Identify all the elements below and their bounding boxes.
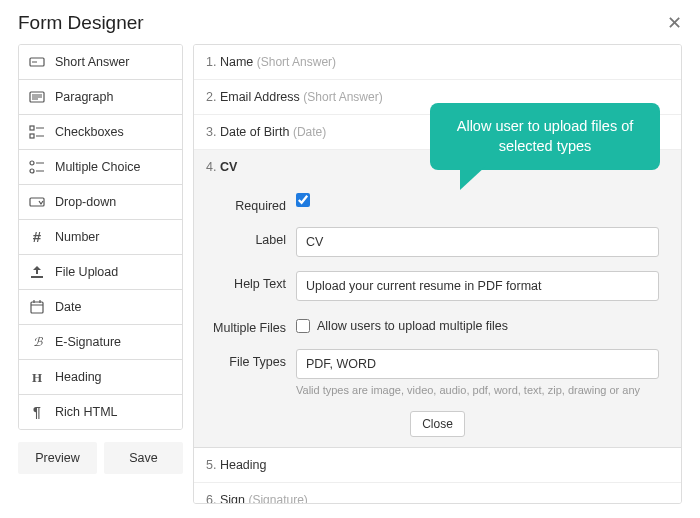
svg-text:#: # (33, 229, 42, 245)
field-row-name[interactable]: 1. Name (Short Answer) (194, 45, 681, 80)
palette-label: File Upload (55, 265, 118, 279)
tooltip-callout: Allow user to upload files of selected t… (430, 103, 660, 170)
short-answer-icon (29, 54, 45, 70)
palette-item-heading[interactable]: H Heading (19, 360, 182, 395)
palette-item-rich-html[interactable]: ¶ Rich HTML (19, 395, 182, 429)
required-checkbox[interactable] (296, 193, 310, 207)
palette-item-number[interactable]: # Number (19, 220, 182, 255)
file-types-label: File Types (206, 349, 286, 369)
field-name: CV (220, 160, 237, 174)
multiple-files-cb-label: Allow users to upload multiple files (317, 319, 508, 333)
field-number: 3. (206, 125, 216, 139)
field-number: 1. (206, 55, 216, 69)
field-properties: Required Label Help Text Multiple Files (206, 182, 669, 447)
multiple-choice-icon (29, 159, 45, 175)
help-text-label: Help Text (206, 271, 286, 291)
sidebar: Short Answer Paragraph Checkboxes Multip… (18, 44, 183, 504)
sidebar-buttons: Preview Save (18, 442, 183, 474)
palette-label: Multiple Choice (55, 160, 140, 174)
svg-text:ℬ: ℬ (33, 335, 44, 349)
palette-label: Short Answer (55, 55, 129, 69)
svg-text:H: H (32, 370, 42, 385)
palette-item-paragraph[interactable]: Paragraph (19, 80, 182, 115)
checkboxes-icon (29, 124, 45, 140)
svg-rect-7 (30, 134, 34, 138)
dialog-header: Form Designer ✕ (0, 0, 700, 44)
callout-text: Allow user to upload files of selected t… (457, 118, 634, 154)
save-button[interactable]: Save (104, 442, 183, 474)
palette-item-file-upload[interactable]: File Upload (19, 255, 182, 290)
field-number: 4. (206, 160, 216, 174)
palette-label: Heading (55, 370, 102, 384)
palette-item-date[interactable]: Date (19, 290, 182, 325)
field-name: Email Address (220, 90, 300, 104)
preview-button[interactable]: Preview (18, 442, 97, 474)
file-upload-icon (29, 264, 45, 280)
palette-label: Drop-down (55, 195, 116, 209)
svg-point-11 (30, 169, 34, 173)
close-icon[interactable]: ✕ (667, 12, 682, 34)
field-number: 2. (206, 90, 216, 104)
palette-label: Number (55, 230, 99, 244)
field-type: (Short Answer) (303, 90, 382, 104)
file-types-hint: Valid types are image, video, audio, pdf… (296, 384, 659, 396)
help-text-input[interactable] (296, 271, 659, 301)
signature-icon: ℬ (29, 334, 45, 350)
field-palette: Short Answer Paragraph Checkboxes Multip… (18, 44, 183, 430)
multiple-files-label: Multiple Files (206, 315, 286, 335)
field-type: (Signature) (248, 493, 307, 504)
close-properties-button[interactable]: Close (410, 411, 465, 437)
field-name: Heading (220, 458, 267, 472)
label-label: Label (206, 227, 286, 247)
palette-item-dropdown[interactable]: Drop-down (19, 185, 182, 220)
date-icon (29, 299, 45, 315)
palette-label: Paragraph (55, 90, 113, 104)
field-number: 5. (206, 458, 216, 472)
palette-item-checkboxes[interactable]: Checkboxes (19, 115, 182, 150)
svg-rect-6 (30, 126, 34, 130)
field-name: Date of Birth (220, 125, 289, 139)
field-type: (Short Answer) (257, 55, 336, 69)
dropdown-icon (29, 194, 45, 210)
paragraph-icon (29, 89, 45, 105)
palette-item-multiple-choice[interactable]: Multiple Choice (19, 150, 182, 185)
field-type: (Date) (293, 125, 326, 139)
number-icon: # (29, 229, 45, 245)
field-row-sign[interactable]: 6. Sign (Signature) (194, 483, 681, 504)
multiple-files-checkbox[interactable] (296, 319, 310, 333)
svg-rect-17 (31, 302, 43, 313)
palette-item-signature[interactable]: ℬ E-Signature (19, 325, 182, 360)
rich-html-icon: ¶ (29, 404, 45, 420)
svg-point-10 (30, 161, 34, 165)
field-name: Sign (220, 493, 245, 504)
field-row-cv[interactable]: 4. CV Required Label Help Text Multip (194, 150, 681, 448)
palette-label: Checkboxes (55, 125, 124, 139)
field-row-heading[interactable]: 5. Heading (194, 448, 681, 483)
heading-icon: H (29, 369, 45, 385)
file-types-input[interactable] (296, 349, 659, 379)
palette-label: Rich HTML (55, 405, 118, 419)
svg-text:¶: ¶ (33, 404, 41, 420)
palette-label: E-Signature (55, 335, 121, 349)
palette-label: Date (55, 300, 81, 314)
label-input[interactable] (296, 227, 659, 257)
field-number: 6. (206, 493, 216, 504)
required-label: Required (206, 193, 286, 213)
field-name: Name (220, 55, 253, 69)
page-title: Form Designer (18, 12, 144, 34)
svg-rect-16 (31, 276, 43, 278)
palette-item-short-answer[interactable]: Short Answer (19, 45, 182, 80)
